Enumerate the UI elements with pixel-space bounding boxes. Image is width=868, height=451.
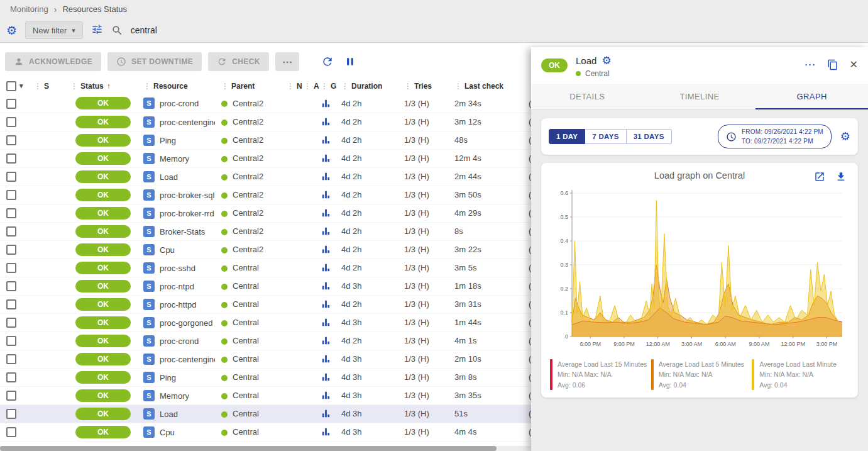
header-parent[interactable]: ⋮Parent — [215, 77, 280, 94]
more-actions-button[interactable]: ⋯ — [275, 52, 299, 71]
row-checkbox[interactable] — [6, 409, 16, 419]
panel-more-button[interactable]: ⋯ — [805, 59, 816, 70]
resource-name[interactable]: Memory — [160, 153, 189, 163]
parent-name[interactable]: Central — [233, 263, 259, 272]
parent-name[interactable]: Central2 — [233, 172, 263, 181]
row-checkbox[interactable] — [6, 190, 16, 200]
row-checkbox[interactable] — [6, 281, 16, 291]
graph-icon[interactable] — [321, 372, 331, 382]
export-graph-button[interactable] — [835, 171, 847, 184]
row-checkbox[interactable] — [6, 153, 16, 164]
row-checkbox[interactable] — [6, 172, 16, 182]
drag-handle-icon[interactable]: ⋮ — [341, 82, 349, 91]
drag-handle-icon[interactable]: ⋮ — [221, 82, 229, 91]
parent-name[interactable]: Central2 — [233, 99, 263, 108]
graph-icon[interactable] — [321, 281, 331, 291]
parent-name[interactable]: Central — [233, 318, 259, 327]
resource-name[interactable]: proc-ntpd — [160, 281, 194, 291]
legend-item[interactable]: Average Load Last 15 Minutes Min: N/A Ma… — [550, 359, 647, 390]
row-checkbox[interactable] — [6, 208, 16, 218]
graph-icon[interactable] — [321, 208, 331, 218]
graph-icon[interactable] — [321, 335, 331, 346]
breadcrumb-item-monitoring[interactable]: Monitoring — [10, 4, 48, 14]
resource-name[interactable]: Ping — [160, 372, 176, 382]
resource-name[interactable]: Load — [160, 172, 178, 181]
row-checkbox[interactable] — [6, 336, 16, 346]
graph-icon[interactable] — [321, 226, 331, 237]
resource-name[interactable]: Ping — [160, 135, 176, 145]
header-last-check[interactable]: ⋮Last check — [448, 77, 522, 94]
resource-name[interactable]: proc-broker-rrd — [160, 208, 214, 218]
select-all-checkbox[interactable] — [6, 81, 16, 91]
graph-icon[interactable] — [321, 390, 331, 401]
drag-handle-icon[interactable]: ⋮ — [287, 82, 294, 91]
resource-name[interactable]: Load — [160, 409, 178, 418]
pause-refresh-button[interactable] — [342, 53, 358, 70]
drag-handle-icon[interactable]: ⋮ — [70, 82, 78, 91]
legend-item[interactable]: Average Load Last Minute Min: N/A Max: N… — [752, 359, 849, 390]
breadcrumb-item-resources-status[interactable]: Resources Status — [62, 4, 127, 14]
acknowledge-button[interactable]: ACKNOWLEDGE — [5, 52, 101, 71]
row-checkbox[interactable] — [6, 245, 16, 255]
header-duration[interactable]: ⋮Duration — [335, 77, 398, 94]
drag-handle-icon[interactable]: ⋮ — [321, 82, 328, 91]
parent-name[interactable]: Central — [233, 372, 259, 382]
graph-icon[interactable] — [321, 116, 331, 127]
open-graph-in-new-button[interactable] — [814, 171, 825, 184]
filter-settings-gear-icon[interactable]: ⚙ — [6, 25, 17, 36]
row-checkbox[interactable] — [6, 372, 16, 382]
resource-name[interactable]: proc-httpd — [160, 299, 197, 309]
select-all-caret-icon[interactable]: ▾ — [19, 82, 23, 89]
row-checkbox[interactable] — [6, 391, 16, 401]
graph-icon[interactable] — [321, 317, 331, 328]
drag-handle-icon[interactable]: ⋮ — [143, 82, 151, 91]
parent-name[interactable]: Central — [233, 391, 259, 400]
parent-name[interactable]: Central — [233, 427, 259, 437]
parent-name[interactable]: Central — [233, 336, 259, 345]
parent-name[interactable]: Central — [233, 409, 259, 418]
resource-name[interactable]: proc-broker-sql — [160, 190, 214, 199]
parent-name[interactable]: Central2 — [233, 208, 263, 218]
resource-name[interactable]: proc-sshd — [160, 263, 195, 272]
range-7-days-button[interactable]: 7 DAYS — [585, 129, 626, 144]
panel-close-button[interactable]: ✕ — [850, 60, 858, 70]
parent-name[interactable]: Central2 — [233, 117, 263, 126]
header-status[interactable]: ⋮Status↑ — [64, 77, 137, 94]
search-input[interactable]: central — [131, 25, 157, 35]
parent-name[interactable]: Central2 — [233, 226, 263, 236]
parent-name[interactable]: Central — [233, 299, 259, 309]
resource-name[interactable]: proc-crond — [160, 99, 199, 108]
new-filter-dropdown[interactable]: New filter ▾ — [25, 21, 83, 39]
row-checkbox[interactable] — [6, 354, 16, 364]
parent-name[interactable]: Central2 — [233, 190, 263, 199]
header-notes[interactable]: ⋮N — [280, 77, 297, 94]
parent-name[interactable]: Central2 — [233, 153, 263, 163]
resource-name[interactable]: proc-centengine — [160, 117, 215, 126]
header-severity[interactable]: ⋮S — [28, 77, 64, 94]
resource-name[interactable]: Memory — [160, 391, 189, 400]
graph-icon[interactable] — [321, 98, 331, 109]
row-checkbox[interactable] — [6, 117, 16, 127]
graph-icon[interactable] — [321, 408, 331, 419]
range-1-day-button[interactable]: 1 DAY — [549, 129, 585, 144]
header-tries[interactable]: ⋮Tries — [398, 77, 448, 94]
graph-icon[interactable] — [321, 426, 331, 437]
custom-time-period[interactable]: FROM: 09/26/2021 4:22 PM TO: 09/27/2021 … — [718, 125, 832, 148]
resource-name[interactable]: Cpu — [160, 427, 175, 437]
scrollbar-thumb[interactable] — [0, 446, 497, 451]
row-checkbox[interactable] — [6, 318, 16, 328]
graph-icon[interactable] — [321, 153, 331, 164]
graph-icon[interactable] — [321, 189, 331, 200]
parent-name[interactable]: Central — [233, 281, 259, 291]
graph-icon[interactable] — [321, 299, 331, 309]
graph-icon[interactable] — [321, 262, 331, 273]
resource-name[interactable]: Broker-Stats — [160, 226, 205, 236]
tab-graph[interactable]: GRAPH — [755, 84, 868, 109]
drag-handle-icon[interactable]: ⋮ — [404, 82, 412, 91]
graph-options-gear-icon[interactable]: ⚙ — [840, 131, 850, 142]
row-checkbox[interactable] — [6, 299, 16, 309]
row-checkbox[interactable] — [6, 99, 16, 109]
range-31-days-button[interactable]: 31 DAYS — [627, 129, 672, 144]
tab-details[interactable]: DETAILS — [531, 84, 644, 109]
parent-name[interactable]: Central — [233, 354, 259, 364]
